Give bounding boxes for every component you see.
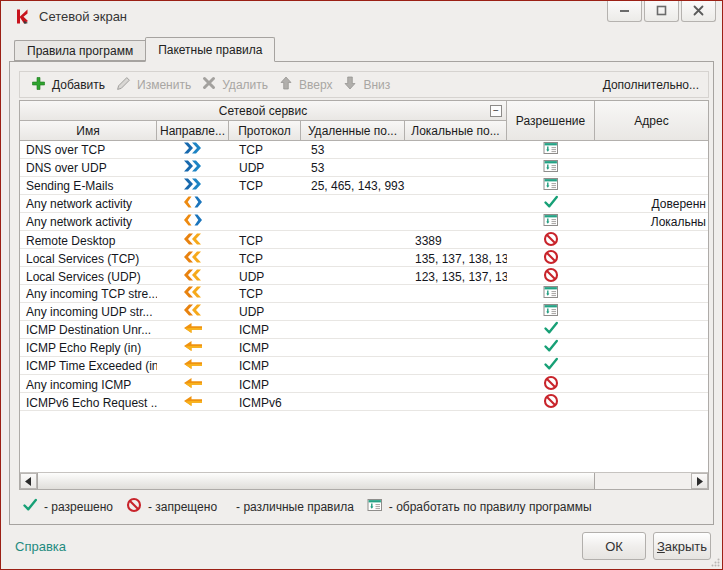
table-row[interactable]: ICMP Echo Reply (in)ICMP	[20, 339, 708, 357]
collapse-group-button[interactable]: −	[490, 105, 502, 117]
rule-direction	[157, 196, 229, 211]
resize-grip[interactable]	[711, 558, 720, 567]
rule-permission	[507, 339, 595, 356]
direction-in-double-icon	[182, 269, 204, 284]
column-header-permission[interactable]: Разрешение	[507, 101, 595, 141]
tab-packet-rules[interactable]: Пакетные правила	[145, 37, 275, 62]
app-rule-icon	[543, 141, 559, 158]
close-button[interactable]	[681, 1, 716, 22]
app-rule-icon	[543, 159, 559, 176]
app-rule-icon	[543, 285, 559, 302]
rule-address: Локальны	[595, 215, 708, 229]
rule-protocol: ICMPv6	[229, 396, 301, 410]
column-header-address[interactable]: Адрес	[595, 101, 708, 141]
rule-permission	[507, 159, 595, 176]
rule-direction	[157, 286, 229, 301]
close-icon	[693, 2, 704, 20]
rule-direction	[157, 214, 229, 229]
table-row[interactable]: ICMPv6 Echo Request ...ICMPv6	[20, 393, 708, 411]
rule-protocol: ICMP	[229, 341, 301, 355]
table-row[interactable]: Remote DesktopTCP3389	[20, 231, 708, 249]
toolbar: ДобавитьИзменитьУдалитьВверхВнизДополнит…	[19, 71, 709, 98]
rule-direction	[157, 142, 229, 157]
direction-inout-icon	[183, 196, 203, 211]
packet-rules-panel: ДобавитьИзменитьУдалитьВверхВнизДополнит…	[9, 61, 714, 525]
direction-in-double-icon	[182, 304, 204, 319]
scroll-right-icon	[696, 477, 703, 486]
rule-direction	[157, 304, 229, 319]
table-row[interactable]: Sending E-MailsTCP25, 465, 143, 993	[20, 177, 708, 195]
rule-permission	[507, 177, 595, 194]
toolbar-button-add[interactable]: Добавить	[31, 76, 105, 94]
rule-name: Sending E-Mails	[20, 179, 157, 193]
close-button[interactable]: Закрыть	[653, 532, 711, 560]
rule-local-ports: 135, 137, 138, 13...	[405, 252, 507, 266]
direction-in-double-icon	[182, 286, 204, 301]
table-row[interactable]: Any incoming ICMPICMP	[20, 375, 708, 393]
column-header-name[interactable]: Имя	[20, 121, 157, 141]
table-row[interactable]: Any network activityЛокальны	[20, 213, 708, 231]
toolbar-button-up-arrow[interactable]: Вверх	[279, 76, 332, 93]
window-title: Сетевой экран	[39, 9, 127, 24]
legend-item: - запрещено	[126, 497, 217, 516]
table-row[interactable]: Local Services (UDP)UDP123, 135, 137, 13…	[20, 267, 708, 285]
table-row[interactable]: DNS over TCPTCP53	[20, 141, 708, 159]
rule-local-ports: 123, 135, 137, 13...	[405, 270, 507, 284]
maximize-button[interactable]	[644, 1, 679, 22]
scroll-left-button[interactable]	[20, 473, 37, 489]
horizontal-scrollbar[interactable]	[20, 472, 708, 489]
block-icon	[543, 267, 559, 286]
table-row[interactable]: ICMP Time Exceeded (in)ICMP	[20, 357, 708, 375]
rule-direction	[157, 233, 229, 248]
table-row[interactable]: Any incoming TCP stre...TCP	[20, 285, 708, 303]
rule-direction	[157, 340, 229, 355]
up-arrow-icon	[279, 76, 293, 93]
rule-protocol: ICMP	[229, 359, 301, 373]
additional-button[interactable]: Дополнительно...	[603, 78, 699, 92]
block-icon	[543, 249, 559, 268]
table-row[interactable]: Any incoming UDP str...UDP	[20, 303, 708, 321]
rule-direction	[157, 269, 229, 284]
rule-name: Any incoming ICMP	[20, 378, 157, 392]
direction-out-icon	[182, 178, 204, 193]
table-row[interactable]: Any network activityДоверенн	[20, 195, 708, 213]
direction-in-icon	[183, 322, 203, 337]
scrollbar-track[interactable]	[595, 473, 691, 489]
rule-direction	[157, 358, 229, 373]
group-header-network-service: Сетевой сервис −	[20, 101, 507, 121]
direction-in-double-icon	[182, 251, 204, 266]
table-row[interactable]: Local Services (TCP)TCP135, 137, 138, 13…	[20, 249, 708, 267]
column-header-direction[interactable]: Направле...	[157, 121, 229, 141]
rule-protocol: TCP	[229, 252, 301, 266]
add-icon	[31, 76, 46, 94]
table-row[interactable]: DNS over UDPUDP53	[20, 159, 708, 177]
column-header-local-ports[interactable]: Локальные по...	[405, 121, 507, 141]
table-body: DNS over TCPTCP53DNS over UDPUDP53Sendin…	[20, 141, 708, 411]
rule-remote-ports: 53	[301, 143, 405, 157]
help-link[interactable]: Справка	[15, 539, 66, 554]
toolbar-button-delete[interactable]: Удалить	[202, 76, 268, 93]
direction-out-icon	[182, 142, 204, 157]
direction-in-icon	[183, 358, 203, 373]
rule-name: Any network activity	[20, 197, 157, 211]
rule-direction	[157, 251, 229, 266]
scrollbar-thumb[interactable]	[37, 473, 595, 489]
scroll-right-button[interactable]	[691, 473, 708, 489]
column-header-protocol[interactable]: Протокол	[229, 121, 301, 141]
toolbar-button-down-arrow[interactable]: Вниз	[343, 76, 390, 93]
rule-remote-ports: 25, 465, 143, 993	[301, 179, 405, 193]
app-rule-icon	[543, 303, 559, 320]
tab-application-rules[interactable]: Правила программ	[14, 40, 145, 61]
ok-button[interactable]: ОК	[582, 532, 646, 560]
rule-direction	[157, 322, 229, 337]
toolbar-button-edit[interactable]: Изменить	[116, 76, 191, 94]
rules-table: Сетевой сервис − Разрешение Адрес Имя На…	[19, 100, 709, 490]
minimize-button[interactable]	[607, 1, 642, 22]
rule-direction	[157, 160, 229, 175]
scroll-left-icon	[25, 477, 32, 486]
column-header-remote-ports[interactable]: Удаленные по...	[301, 121, 405, 141]
rule-protocol: UDP	[229, 270, 301, 284]
table-row[interactable]: ICMP Destination Unr...ICMP	[20, 321, 708, 339]
rule-name: Local Services (TCP)	[20, 252, 157, 266]
rule-direction	[157, 178, 229, 193]
